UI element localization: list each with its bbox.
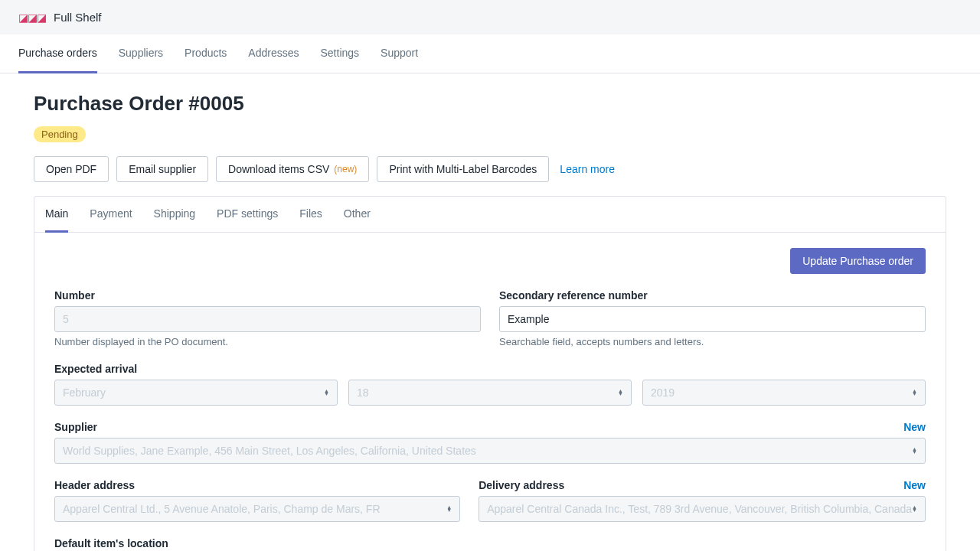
tab-files[interactable]: Files bbox=[299, 197, 322, 233]
nav-addresses[interactable]: Addresses bbox=[248, 34, 299, 73]
nav-support[interactable]: Support bbox=[381, 34, 418, 73]
sub-tabs: Main Payment Shipping PDF settings Files… bbox=[34, 197, 946, 233]
email-supplier-button[interactable]: Email supplier bbox=[116, 156, 208, 182]
open-pdf-button[interactable]: Open PDF bbox=[34, 156, 109, 182]
chevron-updown-icon: ▲▼ bbox=[324, 390, 329, 396]
status-badge: Pending bbox=[34, 126, 86, 142]
nav-purchase-orders[interactable]: Purchase orders bbox=[18, 34, 97, 73]
new-delivery-address-link[interactable]: New bbox=[903, 479, 926, 491]
header-address-label: Header address bbox=[54, 479, 460, 491]
number-label: Number bbox=[54, 289, 481, 302]
supplier-select[interactable]: World Supplies, Jane Example, 456 Main S… bbox=[54, 438, 926, 464]
nav-settings[interactable]: Settings bbox=[321, 34, 360, 73]
header-address-value: Apparel Central Ltd., 5 Avenue Anatole, … bbox=[63, 503, 381, 515]
day-select[interactable]: 18 ▲▼ bbox=[348, 380, 632, 406]
top-bar: ◪◪◪ Full Shelf bbox=[0, 0, 980, 34]
secondary-ref-help: Searchable field, accepts numbers and le… bbox=[499, 336, 926, 347]
tab-other[interactable]: Other bbox=[344, 197, 371, 233]
delivery-address-select[interactable]: Apparel Central Canada Inc., Test, 789 3… bbox=[479, 496, 926, 522]
tab-shipping[interactable]: Shipping bbox=[154, 197, 196, 233]
tab-pdf-settings[interactable]: PDF settings bbox=[217, 197, 278, 233]
chevron-updown-icon: ▲▼ bbox=[618, 390, 623, 396]
app-name: Full Shelf bbox=[54, 11, 102, 24]
default-location-label: Default item's location bbox=[54, 537, 926, 549]
header-address-select[interactable]: Apparel Central Ltd., 5 Avenue Anatole, … bbox=[54, 496, 460, 522]
month-value: February bbox=[63, 386, 106, 399]
tab-payment[interactable]: Payment bbox=[90, 197, 132, 233]
delivery-address-value: Apparel Central Canada Inc., Test, 789 3… bbox=[487, 503, 912, 515]
update-po-button[interactable]: Update Purchase order bbox=[790, 248, 926, 274]
chevron-updown-icon: ▲▼ bbox=[912, 506, 917, 512]
print-barcodes-button[interactable]: Print with Multi-Label Barcodes bbox=[377, 156, 549, 182]
year-value: 2019 bbox=[651, 386, 675, 399]
number-help: Number displayed in the PO document. bbox=[54, 336, 481, 347]
day-value: 18 bbox=[357, 386, 369, 399]
tab-main[interactable]: Main bbox=[45, 197, 68, 233]
download-csv-label: Download items CSV bbox=[228, 163, 329, 175]
expected-arrival-label: Expected arrival bbox=[54, 363, 926, 375]
number-input bbox=[54, 306, 481, 332]
main-nav: Purchase orders Suppliers Products Addre… bbox=[0, 34, 980, 73]
supplier-label: Supplier bbox=[54, 421, 97, 433]
action-row: Open PDF Email supplier Download items C… bbox=[34, 156, 946, 182]
delivery-address-label: Delivery address bbox=[479, 479, 564, 491]
chevron-updown-icon: ▲▼ bbox=[912, 448, 917, 454]
download-csv-button[interactable]: Download items CSV (new) bbox=[216, 156, 369, 182]
new-supplier-link[interactable]: New bbox=[903, 421, 926, 433]
page-title: Purchase Order #0005 bbox=[34, 92, 946, 116]
supplier-value: World Supplies, Jane Example, 456 Main S… bbox=[63, 445, 476, 457]
year-select[interactable]: 2019 ▲▼ bbox=[642, 380, 926, 406]
main-card: Main Payment Shipping PDF settings Files… bbox=[34, 196, 946, 551]
secondary-ref-label: Secondary reference number bbox=[499, 289, 926, 302]
learn-more-link[interactable]: Learn more bbox=[560, 163, 615, 175]
secondary-ref-input[interactable] bbox=[499, 306, 926, 332]
nav-suppliers[interactable]: Suppliers bbox=[119, 34, 163, 73]
new-badge: (new) bbox=[334, 164, 357, 174]
chevron-updown-icon: ▲▼ bbox=[446, 506, 452, 512]
chevron-updown-icon: ▲▼ bbox=[912, 390, 917, 396]
app-logo-icon: ◪◪◪ bbox=[18, 11, 46, 24]
month-select[interactable]: February ▲▼ bbox=[54, 380, 338, 406]
nav-products[interactable]: Products bbox=[185, 34, 227, 73]
